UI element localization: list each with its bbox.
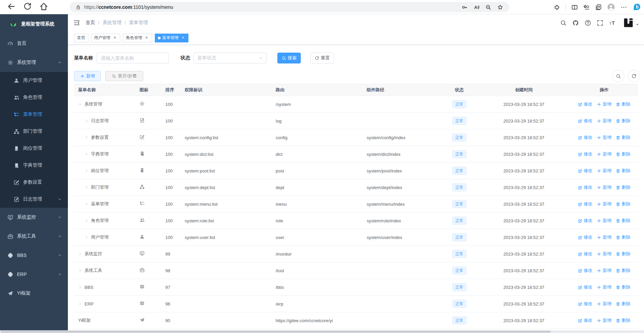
bing-copilot-icon[interactable]: b [632,3,641,12]
delete-link[interactable]: 删除 [616,301,630,307]
close-tab-icon[interactable]: × [181,36,185,40]
horizontal-scrollbar[interactable] [0,330,644,333]
sidebar-item-系统监控[interactable]: 系统监控 [0,208,68,227]
reset-button[interactable]: 重置 [310,53,334,63]
add-link[interactable]: 新增 [597,184,611,190]
refresh-table-button[interactable] [628,70,640,82]
add-link[interactable]: 新增 [597,101,611,107]
add-link[interactable]: 新增 [597,234,611,240]
favorite-star-icon[interactable] [497,4,503,10]
sidebar-item-系统管理[interactable]: 系统管理 [0,53,68,72]
sidebar-item-用户管理[interactable]: 用户管理 [0,72,68,89]
hamburger-icon[interactable] [73,19,80,26]
delete-link[interactable]: 删除 [616,118,630,124]
scrollbar-thumb[interactable] [1,331,551,333]
lock-icon[interactable] [76,5,81,10]
edit-link[interactable]: 修改 [578,184,592,190]
close-tab-icon[interactable]: × [144,36,149,40]
search-icon[interactable] [560,20,567,26]
edit-link[interactable]: 修改 [578,267,592,274]
delete-link[interactable]: 删除 [616,234,630,240]
chevron-right-sm-icon[interactable] [85,235,89,239]
key-icon[interactable] [462,4,467,10]
edit-link[interactable]: 修改 [578,118,592,124]
chevron-right-sm-icon[interactable] [85,219,89,223]
sidebar-item-系统工具[interactable]: 系统工具 [0,227,68,246]
add-link[interactable]: 新增 [597,251,611,257]
chevron-right-sm-icon[interactable] [85,135,89,140]
delete-link[interactable]: 删除 [616,284,630,290]
delete-link[interactable]: 删除 [616,218,630,224]
favorites-icon[interactable] [583,4,590,11]
add-link[interactable]: 新增 [597,118,611,124]
sidebar-item-Yi框架[interactable]: Yi框架 [0,284,68,303]
sidebar-item-日志管理[interactable]: 日志管理 [0,191,68,208]
url-text[interactable]: https://ccnetcore.com:1101/system/menu [84,4,462,10]
tab-首页[interactable]: 首页 [74,34,88,42]
sidebar-item-BBS[interactable]: BBS [0,246,68,265]
sidebar-item-ERP[interactable]: ERP [0,265,68,284]
delete-link[interactable]: 删除 [616,201,630,207]
app-logo[interactable]: 意框架管理系统 [0,14,68,34]
status-select[interactable]: 菜单状态 [194,53,266,63]
delete-link[interactable]: 删除 [616,251,630,257]
breadcrumb-item-系统管理[interactable]: 系统管理 [103,20,122,26]
add-link[interactable]: 新增 [597,201,611,207]
chevron-right-sm-icon[interactable] [78,302,82,306]
breadcrumb-item-首页[interactable]: 首页 [86,20,95,26]
edit-link[interactable]: 修改 [578,151,592,157]
add-link[interactable]: 新增 [597,301,611,307]
edit-link[interactable]: 修改 [578,101,592,107]
sidebar-item-角色管理[interactable]: 角色管理 [0,89,68,106]
add-button[interactable]: 新增 [74,71,101,81]
question-icon[interactable] [585,20,591,26]
chevron-right-sm-icon[interactable] [78,252,82,256]
chevron-right-sm-icon[interactable] [85,119,89,123]
fullscreen-icon[interactable] [597,20,603,26]
delete-link[interactable]: 删除 [616,184,630,190]
more-ellipsis-icon[interactable] [621,4,627,11]
chevron-right-sm-icon[interactable] [85,185,89,189]
delete-link[interactable]: 删除 [616,151,630,157]
collections-icon[interactable] [595,4,602,11]
chevron-right-sm-icon[interactable] [85,202,89,206]
github-icon[interactable] [572,20,579,26]
sidebar-item-部门管理[interactable]: 部门管理 [0,123,68,140]
sidebar-item-岗位管理[interactable]: 岗位管理 [0,140,68,157]
search-button[interactable]: 搜索 [277,53,301,63]
tab-角色管理[interactable]: 角色管理× [123,34,152,42]
edit-link[interactable]: 修改 [578,168,592,174]
back-arrow-icon[interactable] [7,2,16,11]
edit-link[interactable]: 修改 [578,251,592,257]
sidebar-item-首页[interactable]: 首页 [0,34,68,53]
close-tab-icon[interactable]: × [112,36,117,40]
sidebar-item-字典管理[interactable]: 字典管理 [0,157,68,174]
edit-link[interactable]: 修改 [578,317,592,323]
address-bar[interactable]: https://ccnetcore.com:1101/system/menu [70,2,509,12]
edit-link[interactable]: 修改 [578,301,592,307]
sidebar-item-菜单管理[interactable]: 菜单管理 [0,106,68,123]
add-link[interactable]: 新增 [597,284,611,290]
add-link[interactable]: 新增 [597,134,611,141]
read-aloud-icon[interactable] [474,4,479,10]
edit-link[interactable]: 修改 [578,201,592,207]
font-size-icon[interactable]: TT [609,20,615,26]
profile-avatar-icon[interactable] [607,3,615,11]
expand-collapse-button[interactable]: 展开/折叠 [105,71,143,81]
add-link[interactable]: 新增 [597,317,611,323]
split-screen-icon[interactable] [571,4,578,11]
toggle-search-button[interactable] [612,70,624,82]
home-icon[interactable] [39,2,48,11]
edit-link[interactable]: 修改 [578,234,592,240]
tab-菜单管理[interactable]: 菜单管理× [155,34,188,42]
add-link[interactable]: 新增 [597,218,611,224]
add-link[interactable]: 新增 [597,267,611,274]
add-link[interactable]: 新增 [597,168,611,174]
tab-用户管理[interactable]: 用户管理× [91,34,120,42]
extensions-icon[interactable] [554,4,560,11]
delete-link[interactable]: 删除 [616,267,630,274]
menu-name-input[interactable] [96,53,169,63]
delete-link[interactable]: 删除 [616,317,630,323]
zoom-out-icon[interactable] [485,4,491,10]
chevron-right-sm-icon[interactable] [78,269,82,273]
